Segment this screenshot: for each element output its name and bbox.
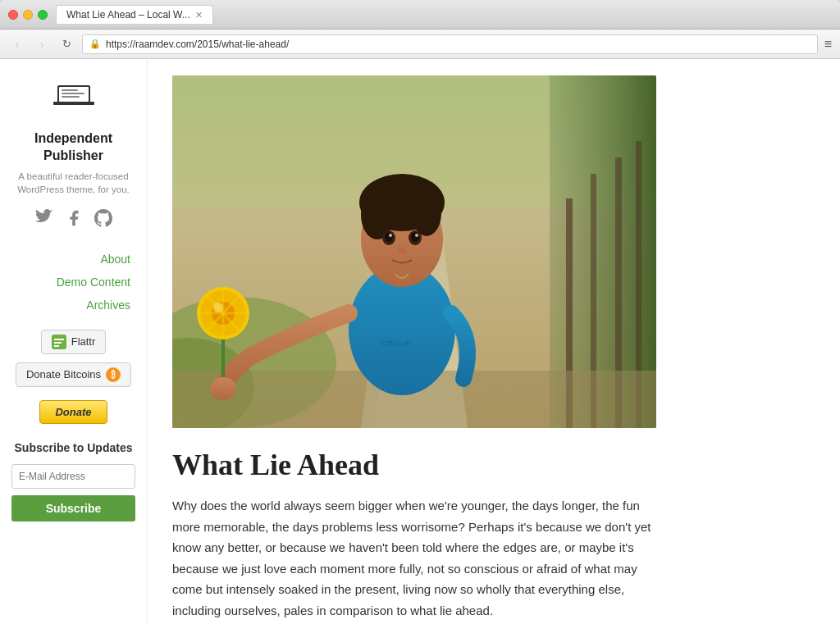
bitcoin-button[interactable]: Donate Bitcoins ₿ [16,362,131,387]
tab-close-icon[interactable]: ✕ [195,10,203,20]
svg-rect-3 [62,89,78,91]
address-bar[interactable]: 🔒 https://raamdev.com/2015/what-lie-ahea… [82,34,818,54]
browser-window: What Lie Ahead – Local W... ✕ ‹ › ↻ 🔒 ht… [0,0,840,624]
svg-point-30 [398,247,406,253]
article-paragraph: Why does the world always seem bigger wh… [172,495,656,621]
sidebar: Independent Publisher A beautiful reader… [0,59,148,624]
svg-rect-5 [62,96,80,98]
sidebar-nav: About Demo Content Archives [0,248,147,317]
site-description: A beautiful reader-focused WordPress the… [0,170,147,196]
svg-point-27 [411,232,419,242]
maximize-button[interactable] [38,10,48,20]
menu-button[interactable]: ≡ [824,37,832,52]
flattr-icon [52,335,66,349]
svg-point-29 [415,234,418,237]
logo-icon [49,77,98,120]
tab-title: What Lie Ahead – Local W... [66,9,190,20]
article-body: Why does the world always seem bigger wh… [172,495,656,621]
flattr-button[interactable]: Flattr [41,330,107,354]
subscribe-title: Subscribe to Updates [11,440,135,457]
traffic-lights [8,10,48,20]
page-content: Independent Publisher A beautiful reader… [0,59,840,624]
svg-rect-4 [62,93,84,94]
email-input[interactable] [11,464,135,489]
article-title: What Lie Ahead [172,448,815,482]
browser-navbar: ‹ › ↻ 🔒 https://raamdev.com/2015/what-li… [0,30,840,59]
svg-point-31 [210,377,236,400]
sidebar-item-about[interactable]: About [0,248,130,271]
hero-image-svg: CIRQUE [172,75,656,428]
browser-titlebar: What Lie Ahead – Local W... ✕ [0,0,840,30]
url-text: https://raamdev.com/2015/what-lie-ahead/ [106,39,289,50]
bitcoin-icon: ₿ [106,367,121,382]
subscribe-button[interactable]: Subscribe [11,495,135,522]
hero-image: CIRQUE [172,75,656,428]
svg-point-40 [213,303,223,312]
svg-point-23 [412,190,441,236]
minimize-button[interactable] [23,10,33,20]
lock-icon: 🔒 [89,39,101,49]
back-button[interactable]: ‹ [8,35,26,53]
flattr-label: Flattr [71,335,96,348]
main-content: CIRQUE What Lie Ahead Why does the world… [148,59,840,624]
svg-point-26 [385,232,393,242]
sidebar-item-demo[interactable]: Demo Content [0,271,130,294]
twitter-icon[interactable] [35,209,53,231]
site-logo [45,75,103,121]
donate-paypal-button[interactable]: Donate [39,400,107,424]
sidebar-item-archives[interactable]: Archives [0,294,130,317]
forward-button[interactable]: › [33,35,51,53]
close-button[interactable] [8,10,18,20]
refresh-button[interactable]: ↻ [57,35,75,53]
social-icons [35,209,112,231]
subscribe-section: Subscribe to Updates Subscribe [0,440,147,522]
github-icon[interactable] [94,209,112,231]
donate-paypal-inner[interactable]: Donate [39,400,107,424]
bitcoin-label: Donate Bitcoins [26,368,101,380]
svg-text:CIRQUE: CIRQUE [381,339,410,348]
svg-point-28 [389,234,392,237]
facebook-icon[interactable] [65,209,83,231]
browser-tab[interactable]: What Lie Ahead – Local W... ✕ [56,5,213,24]
site-title: Independent Publisher [34,130,112,165]
